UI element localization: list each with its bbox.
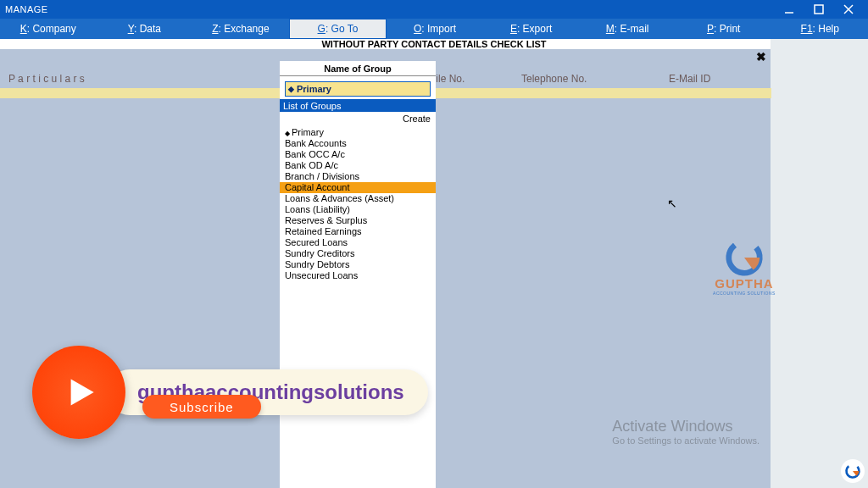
col-email: E-Mail ID bbox=[669, 73, 710, 85]
activate-line1: Activate Windows bbox=[612, 418, 760, 435]
brand-subtitle: ACCOUNTING SOLUTIONS bbox=[710, 291, 778, 296]
group-item[interactable]: Reserves & Surplus bbox=[280, 215, 436, 226]
group-item[interactable]: Sundry Creditors bbox=[280, 248, 436, 259]
group-name-field[interactable]: ◆ Primary bbox=[285, 81, 431, 97]
window-buttons bbox=[774, 0, 863, 19]
brand-logo-icon bbox=[724, 237, 765, 278]
menu-company[interactable]: K: Company bbox=[0, 19, 97, 39]
menu-email[interactable]: M: E-mail bbox=[579, 19, 676, 39]
right-side-panel bbox=[771, 39, 868, 488]
brand-name: GUPTHA bbox=[710, 276, 778, 291]
col-particulars: P a r t i c u l a r s bbox=[8, 73, 85, 85]
titlebar: MANAGE bbox=[0, 0, 868, 19]
popup-caption: Name of Group bbox=[280, 61, 436, 76]
menu-data[interactable]: Y: Data bbox=[97, 19, 193, 39]
group-item[interactable]: Bank Accounts bbox=[280, 138, 436, 149]
menu-goto[interactable]: G: Go To bbox=[289, 19, 387, 39]
group-item[interactable]: Loans (Liability) bbox=[280, 204, 436, 215]
svg-marker-6 bbox=[71, 379, 94, 405]
group-item[interactable]: Primary bbox=[280, 127, 436, 138]
menu-print[interactable]: P: Print bbox=[676, 19, 772, 39]
group-item[interactable]: Sundry Debtors bbox=[280, 259, 436, 270]
activate-windows-notice: Activate Windows Go to Settings to activ… bbox=[612, 418, 760, 446]
subscribe-label: Subscribe bbox=[170, 400, 234, 414]
group-item[interactable]: Secured Loans bbox=[280, 237, 436, 248]
menu-exchange[interactable]: Z: Exchange bbox=[192, 19, 289, 39]
corner-logo bbox=[841, 459, 865, 483]
close-report-button[interactable]: ✖ bbox=[756, 50, 768, 62]
group-item[interactable]: Capital Account bbox=[280, 182, 436, 193]
col-telephone: Telephone No. bbox=[521, 73, 587, 85]
diamond-icon: ◆ bbox=[288, 85, 294, 93]
svg-rect-1 bbox=[815, 5, 823, 14]
play-button[interactable] bbox=[32, 346, 125, 439]
menu-export[interactable]: E: Export bbox=[483, 19, 580, 39]
brand-watermark: GUPTHA ACCOUNTING SOLUTIONS bbox=[710, 237, 778, 296]
menu-help[interactable]: F1: Help bbox=[772, 19, 869, 39]
maximize-button[interactable] bbox=[804, 0, 833, 19]
mouse-cursor-icon: ↖ bbox=[667, 197, 677, 210]
create-group-link[interactable]: Create bbox=[280, 112, 436, 127]
group-item[interactable]: Retained Earnings bbox=[280, 226, 436, 237]
group-list: PrimaryBank AccountsBank OCC A/cBank OD … bbox=[280, 127, 436, 281]
activate-line2: Go to Settings to activate Windows. bbox=[612, 435, 760, 446]
minimize-button[interactable] bbox=[774, 0, 804, 19]
menubar: K: Company Y: Data Z: Exchange G: Go To … bbox=[0, 19, 868, 39]
play-icon bbox=[57, 370, 101, 414]
subscribe-button[interactable]: Subscribe bbox=[142, 395, 261, 419]
group-item[interactable]: Loans & Advances (Asset) bbox=[280, 193, 436, 204]
list-header: List of Groups bbox=[280, 99, 436, 112]
group-name-value: Primary bbox=[297, 84, 331, 94]
group-item[interactable]: Bank OD A/c bbox=[280, 160, 436, 171]
page-title-bar: WITHOUT PARTY CONTACT DETAILS CHECK LIST bbox=[0, 39, 868, 49]
subscribe-overlay: gupthaaccountingsolutions bbox=[32, 346, 428, 439]
close-window-button[interactable] bbox=[833, 0, 863, 19]
group-item[interactable]: Unsecured Loans bbox=[280, 270, 436, 281]
group-item[interactable]: Branch / Divisions bbox=[280, 171, 436, 182]
group-item[interactable]: Bank OCC A/c bbox=[280, 149, 436, 160]
menu-import[interactable]: O: Import bbox=[387, 19, 483, 39]
app-title: MANAGE bbox=[5, 4, 774, 14]
